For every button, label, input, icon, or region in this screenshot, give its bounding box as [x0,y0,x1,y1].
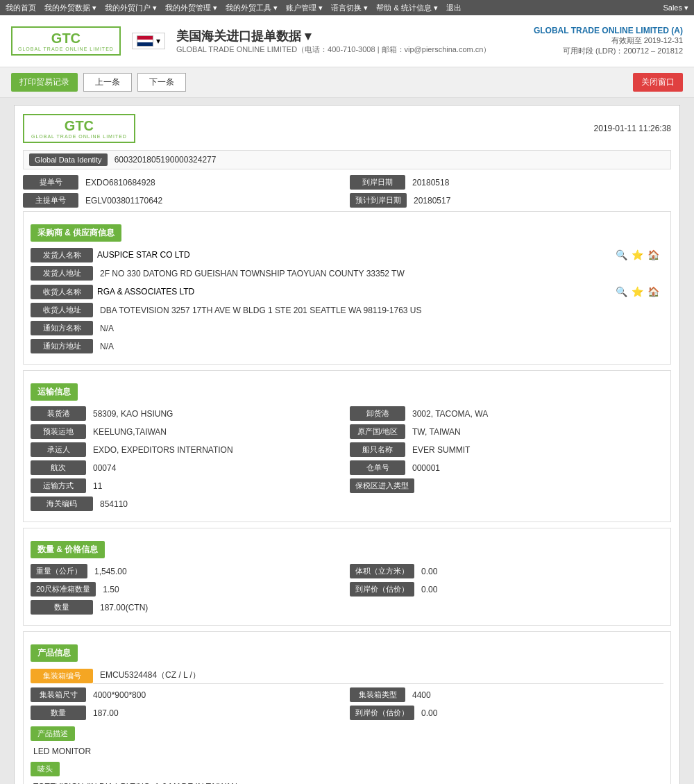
product-section: 产品信息 集装箱编号 EMCU5324484（CZ / L /） 集装箱尺寸 4… [23,631,671,784]
vessel-name-value: EVER SUMMIT [405,443,663,457]
load-place-col: 预装运地 KEELUNG,TAIWAN [31,424,344,439]
load-port-value: 58309, KAO HSIUNG [86,407,344,421]
teu-price-row: 20尺标准箱数量 1.50 到岸价（估价） 0.00 [31,582,663,597]
voyage-label: 航次 [31,460,86,475]
hs-code-label: 海关编码 [31,497,93,511]
consignee-star-icon[interactable]: ⭐ [632,286,643,297]
voyage-bol-row: 航次 00074 仓单号 000001 [31,460,663,475]
carrier-vessel-row: 承运人 EXDO, EXPEDITORS INTERNATION 船只名称 EV… [31,442,663,457]
product-marks-header: 唛头 [31,762,60,776]
hs-code-value: 854110 [93,497,663,511]
transport-ftz-row: 运输方式 11 保税区进入类型 [31,478,663,493]
bill-no-label: 提单号 [23,175,78,190]
shipper-star-icon[interactable]: ⭐ [632,249,643,260]
bol-col: 仓单号 000001 [350,460,663,475]
product-desc-value: LED MONITOR [31,744,663,759]
shipper-icons: 🔍 ⭐ 🏠 [616,249,659,260]
shipper-address-label: 发货人地址 [31,266,93,281]
record-logo: GTC GLOBAL TRADE ONLINE LIMITED [23,114,135,143]
product-section-header: 产品信息 [31,644,78,662]
nav-management[interactable]: 我的外贸管理 ▾ [165,3,217,13]
nav-logout[interactable]: 退出 [446,3,462,13]
notify-address-label: 通知方地址 [31,339,93,353]
flag-icon [137,35,153,47]
transport-mode-value: 11 [86,479,344,493]
record-card: GTC GLOBAL TRADE ONLINE LIMITED 2019-01-… [14,105,680,784]
consignee-home-icon[interactable]: 🏠 [648,286,659,297]
ftz-col: 保税区进入类型 [350,478,663,493]
language-selector[interactable]: ▾ [132,33,165,49]
container-no-row: 集装箱编号 EMCU5324484（CZ / L /） [31,667,663,684]
volume-col: 体积（立方米） 0.00 [350,564,663,578]
notify-name-value: N/A [93,322,663,335]
shipper-address-row: 发货人地址 2F NO 330 DATONG RD GUEISHAN TOWNS… [31,266,663,281]
est-arrival-label: 预计到岸日期 [350,193,407,208]
carrier-label: 承运人 [31,442,86,457]
product-price-value: 0.00 [414,706,663,720]
page-header: GTC GLOBAL TRADE ONLINE LIMITED ▾ 美国海关进口… [0,15,694,67]
shipper-name-value-wrapper: AUSPICE STAR CO LTD 🔍 ⭐ 🏠 [93,247,663,262]
product-marks-value: TOTEVISION (IN DIA.) PLT/NO. 1-6 MADE IN… [31,779,663,784]
nav-portal[interactable]: 我的外贸门户 ▾ [105,3,157,13]
shipper-address-value: 2F NO 330 DATONG RD GUEISHAN TOWNSHIP TA… [93,267,663,281]
est-arrival-value: 20180517 [407,194,671,208]
consignee-icons: 🔍 ⭐ 🏠 [616,286,659,297]
consignee-name-value-wrapper: RGA & ASSOCIATES LTD 🔍 ⭐ 🏠 [93,284,663,299]
discharge-port-label: 卸货港 [350,406,405,421]
origin-country-label: 原产国/地区 [350,424,405,439]
prev-button[interactable]: 上一条 [83,73,132,92]
shipper-home-icon[interactable]: 🏠 [648,249,659,260]
container-type-label: 集装箱类型 [350,687,405,702]
record-header: GTC GLOBAL TRADE ONLINE LIMITED 2019-01-… [23,114,671,143]
nav-account[interactable]: 账户管理 ▾ [286,3,323,13]
consignee-address-row: 收货人地址 DBA TOTEVISION 3257 17TH AVE W BLD… [31,303,663,317]
transport-section: 运输信息 装货港 58309, KAO HSIUNG 卸货港 3002, TAC… [23,370,671,522]
vessel-name-col: 船只名称 EVER SUMMIT [350,442,663,457]
teu-value: 1.50 [96,583,344,597]
nav-language[interactable]: 语言切换 ▾ [331,3,368,13]
ftz-value [414,484,663,488]
arrival-date-label: 到岸日期 [350,175,405,190]
header-title-block: 美国海关进口提单数据 ▾ GLOBAL TRADE ONLINE LIMITED… [176,28,491,55]
consignee-name-row: 收货人名称 RGA & ASSOCIATES LTD 🔍 ⭐ 🏠 [31,284,663,299]
next-button[interactable]: 下一条 [137,73,186,92]
nav-menu: 我的首页 我的外贸数据 ▾ 我的外贸门户 ▾ 我的外贸管理 ▾ 我的外贸工具 ▾… [6,3,462,13]
bill-no-col: 提单号 EXDO6810684928 [23,175,344,190]
product-price-label: 到岸价（估价） [350,706,414,720]
logo-subtext: GLOBAL TRADE ONLINE LIMITED [18,47,114,51]
nav-sales[interactable]: Sales ▾ [663,3,688,12]
container-no-value: EMCU5324484（CZ / L /） [93,667,663,684]
bill-no-value: EXDO6810684928 [78,176,344,190]
voyage-col: 航次 00074 [31,460,344,475]
nav-help[interactable]: 帮助 & 统计信息 ▾ [376,3,438,13]
teu-label: 20尺标准箱数量 [31,582,96,597]
weight-value: 1,545.00 [87,565,344,578]
top-navigation: 我的首页 我的外贸数据 ▾ 我的外贸门户 ▾ 我的外贸管理 ▾ 我的外贸工具 ▾… [0,0,694,15]
hs-code-row: 海关编码 854110 [31,497,663,511]
nav-trade-data[interactable]: 我的外贸数据 ▾ [44,3,96,13]
weight-volume-row: 重量（公斤） 1,545.00 体积（立方米） 0.00 [31,564,663,578]
page-title: 美国海关进口提单数据 ▾ [176,28,491,44]
master-bill-value: EGLV003801170642 [78,194,344,208]
print-button[interactable]: 打印贸易记录 [11,73,78,92]
nav-home[interactable]: 我的首页 [6,3,36,13]
close-button[interactable]: 关闭窗口 [633,73,683,92]
shipper-search-icon[interactable]: 🔍 [616,249,627,260]
main-content: GTC GLOBAL TRADE ONLINE LIMITED 2019-01-… [0,98,694,784]
record-logo-sub: GLOBAL TRADE ONLINE LIMITED [31,134,127,139]
carrier-col: 承运人 EXDO, EXPEDITORS INTERNATION [31,442,344,457]
record-logo-main: GTC [65,118,94,134]
consignee-search-icon[interactable]: 🔍 [616,286,627,297]
load-place-label: 预装运地 [31,424,86,439]
arrival-price-label: 到岸价（估价） [350,582,414,597]
nav-tools[interactable]: 我的外贸工具 ▾ [226,3,278,13]
weight-label: 重量（公斤） [31,564,87,578]
quantity-section-header: 数量 & 价格信息 [31,541,105,558]
master-bill-row: 主提单号 EGLV003801170642 预计到岸日期 20180517 [23,193,671,208]
global-data-label: Global Data Identity [29,153,108,166]
notify-name-label: 通知方名称 [31,321,93,335]
product-desc-block: 产品描述 LED MONITOR [31,724,663,759]
load-port-col: 装货港 58309, KAO HSIUNG [31,406,344,421]
record-datetime: 2019-01-11 11:26:38 [594,124,671,133]
container-size-col: 集装箱尺寸 4000*900*800 [31,687,344,702]
